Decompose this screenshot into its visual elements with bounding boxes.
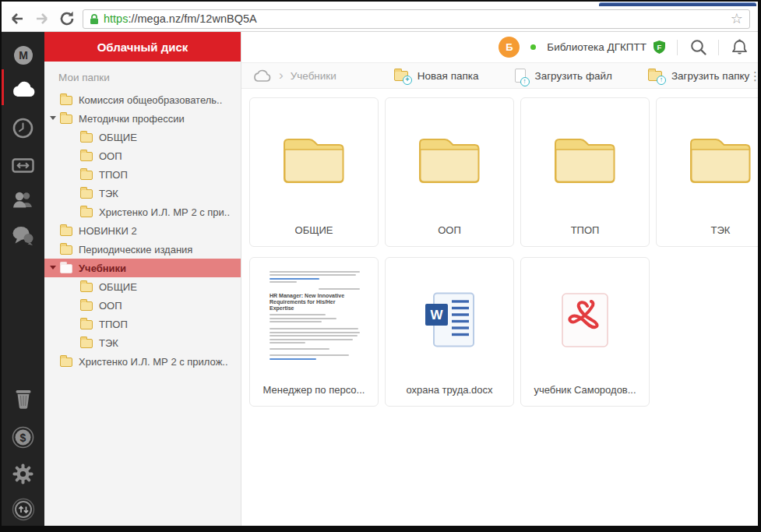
browser-tabstrip — [2, 2, 758, 6]
tree-item-komissiya[interactable]: Комиссия общеобразователь.. — [44, 90, 241, 109]
word-file-icon: W — [386, 292, 513, 348]
sidebar-item-contacts[interactable] — [2, 187, 44, 210]
folder-icon — [60, 227, 72, 236]
tree-item-oop-1[interactable]: ООП — [44, 146, 241, 165]
url-rest: ://mega.nz/fm/12wnBQ5A — [128, 12, 256, 25]
divider — [677, 40, 678, 55]
search-button[interactable] — [689, 38, 707, 57]
file-tile-label: Менеджер по персо... — [256, 384, 372, 396]
upload-folder-label: Загрузить папку — [671, 70, 749, 82]
preview-title: HR Manager: New Innovative Requirements … — [270, 293, 360, 312]
link-arrows-icon — [12, 157, 34, 174]
tree-item-label: Периодические издания — [79, 244, 192, 255]
file-tile-okhrana-docx[interactable]: W охрана труда.docx — [385, 257, 514, 407]
tree-item-tpop-2[interactable]: ТПОП — [44, 315, 241, 333]
browser-tab-fragment — [599, 2, 756, 6]
tree-item-tek-1[interactable]: ТЭК — [44, 184, 241, 203]
big-folder-icon — [250, 131, 378, 184]
tree-item-khristenko-top[interactable]: Христенко И.Л. МР 2 с прилож.. — [44, 352, 241, 371]
breadcrumb-current[interactable]: Учебники — [291, 70, 336, 82]
new-folder-label: Новая папка — [417, 70, 479, 82]
file-tile-manager-pdf[interactable]: HR Manager: New Innovative Requirements … — [249, 257, 379, 407]
big-folder-icon — [521, 131, 649, 184]
avatar[interactable]: Б — [499, 37, 520, 58]
tree-item-label: Христенко И.Л. МР 2 с прилож.. — [79, 356, 228, 368]
tree-item-obschie-2[interactable]: ОБЩИЕ — [44, 277, 241, 296]
folder-icon — [80, 152, 93, 161]
tree-item-novinki[interactable]: НОВИНКИ 2 — [44, 221, 241, 240]
cloud-drive-header[interactable]: Облачный диск — [44, 32, 241, 62]
sidebar-item-pro[interactable]: $ — [2, 425, 44, 449]
breadcrumb: › Учебники — [252, 69, 336, 83]
folder-icon — [80, 208, 93, 217]
contacts-icon — [12, 189, 34, 209]
tree-item-oop-2[interactable]: ООП — [44, 296, 241, 315]
sidebar-item-links[interactable] — [2, 153, 44, 177]
address-bar[interactable]: https://mega.nz/fm/12wnBQ5A ☆ — [83, 9, 750, 29]
online-status-dot — [530, 44, 536, 50]
tree-item-periodicheskie[interactable]: Периодические издания — [44, 240, 241, 259]
file-tile-uchebnik-pdf[interactable]: учебник Самородов... — [520, 257, 650, 407]
folder-upload-icon: ↑ — [648, 71, 662, 81]
view-options-icon[interactable]: ⋮ — [749, 69, 758, 83]
transfers-icon — [12, 498, 35, 521]
tree-item-label: Христенко И.Л. МР 2 с при.. — [99, 206, 230, 218]
folder-open-icon — [60, 264, 72, 273]
folder-tile-obschie[interactable]: ОБЩИЕ — [249, 97, 379, 247]
new-folder-button[interactable]: + Новая папка — [394, 70, 479, 82]
back-button[interactable] — [8, 9, 26, 28]
file-upload-icon: ↑ — [515, 69, 526, 83]
file-manager-main: Б Библиотека ДГКПТТ F › — [241, 32, 758, 526]
caret-down-icon[interactable] — [50, 116, 56, 120]
account-name-label: Библиотека ДГКПТТ — [547, 41, 646, 53]
reload-button[interactable] — [58, 9, 76, 28]
upload-folder-button[interactable]: ↑ Загрузить папку — [648, 70, 749, 82]
sidebar-item-chat[interactable] — [2, 224, 44, 247]
folder-tile-oop[interactable]: ООП — [385, 97, 514, 247]
upload-file-button[interactable]: ↑ Загрузить файл — [515, 69, 612, 83]
folder-icon — [80, 133, 93, 143]
forward-arrow-icon — [33, 10, 51, 27]
account-menu[interactable]: Библиотека ДГКПТТ F — [547, 40, 666, 55]
bookmark-star-icon[interactable]: ☆ — [731, 12, 743, 26]
account-bar: Б Библиотека ДГКПТТ F — [241, 32, 758, 62]
svg-text:$: $ — [20, 431, 26, 443]
sidebar-item-recent[interactable] — [2, 116, 44, 139]
chevron-right-icon: › — [279, 69, 284, 82]
trash-icon — [14, 388, 33, 409]
tree-item-uchebniki-selected[interactable]: Учебники — [44, 259, 241, 277]
sidebar-item-transfers[interactable] — [2, 498, 44, 521]
sidebar-item-cloud-drive[interactable] — [2, 77, 44, 100]
forward-button[interactable] — [33, 9, 51, 28]
mega-app: M $ — [2, 32, 758, 526]
folder-icon — [60, 358, 72, 367]
url-text: https://mega.nz/fm/12wnBQ5A — [104, 12, 726, 25]
folder-tile-tpop[interactable]: ТПОП — [520, 97, 650, 247]
tree-item-obschie-1[interactable]: ОБЩИЕ — [44, 128, 241, 146]
notifications-button[interactable] — [730, 38, 749, 57]
tree-item-tpop-1[interactable]: ТПОП — [44, 165, 241, 184]
tree-item-tek-2[interactable]: ТЭК — [44, 333, 241, 352]
sidebar-item-settings[interactable] — [2, 462, 44, 485]
cloud-breadcrumb-icon[interactable] — [252, 69, 272, 83]
tree-item-khristenko-child[interactable]: Христенко И.Л. МР 2 с при.. — [44, 203, 241, 221]
folder-open-icon — [60, 115, 72, 124]
folder-tile-label: ОБЩИЕ — [256, 224, 372, 236]
sidebar-item-rubbish-bin[interactable] — [2, 386, 44, 410]
mega-logo[interactable]: M — [2, 44, 44, 67]
folder-tile-tek[interactable]: ТЭК — [656, 97, 758, 247]
dollar-icon: $ — [12, 426, 34, 449]
tree-item-metodichki[interactable]: Методички профессии — [44, 109, 241, 128]
big-folder-icon — [657, 131, 758, 184]
padlock-icon — [90, 13, 99, 25]
mega-logo-icon: M — [13, 45, 33, 65]
caret-down-icon[interactable] — [50, 266, 56, 270]
tree-item-label: ТПОП — [99, 319, 128, 330]
clock-icon — [12, 118, 33, 139]
tree-item-label: ООП — [99, 150, 122, 162]
pdf-file-icon — [521, 292, 649, 348]
membership-badge-icon: F — [653, 40, 666, 55]
browser-toolbar: https://mega.nz/fm/12wnBQ5A ☆ — [2, 6, 758, 32]
tree-item-label: Комиссия общеобразователь.. — [79, 94, 222, 106]
folder-tile-label: ООП — [392, 224, 507, 236]
